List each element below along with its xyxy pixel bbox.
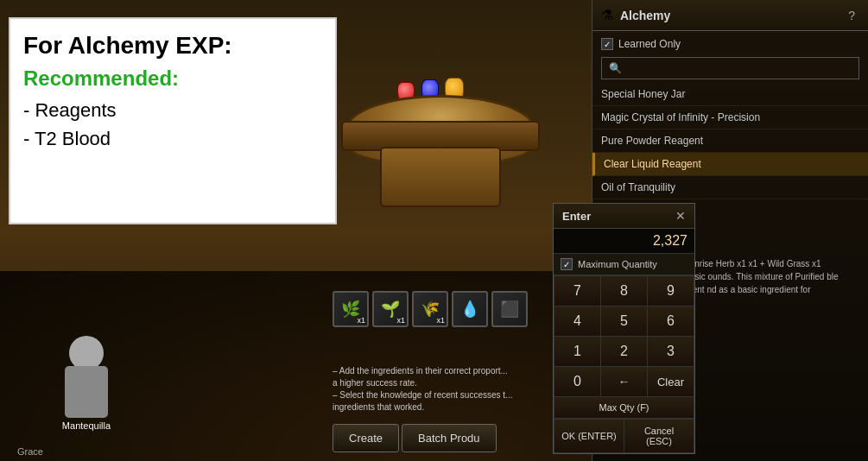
character-body xyxy=(65,366,108,418)
recipe-list: Special Honey Jar Magic Crystal of Infin… xyxy=(592,83,868,199)
numpad-0[interactable]: 0 xyxy=(554,367,600,396)
panel-help-button[interactable]: ? xyxy=(844,7,859,24)
numpad-4[interactable]: 4 xyxy=(554,306,600,336)
enter-display: 2,327 xyxy=(554,229,694,254)
character: Mantequilla xyxy=(52,349,121,435)
overlay-title: For Alchemy EXP: xyxy=(23,32,322,60)
overlay-panel: For Alchemy EXP: Recommended: - Reagents… xyxy=(9,17,337,224)
max-quantity-label: Maximum Quantity xyxy=(578,259,657,269)
overlay-item-2: - T2 Blood xyxy=(23,124,322,153)
cancel-button[interactable]: Cancel (ESC) xyxy=(624,420,694,452)
numpad-6[interactable]: 6 xyxy=(648,306,694,336)
numpad-5[interactable]: 5 xyxy=(601,306,647,336)
ok-button[interactable]: OK (ENTER) xyxy=(554,420,624,452)
numpad: 7 8 9 4 5 6 1 2 3 0 ← Clear Max Qty (F) xyxy=(554,275,694,419)
ingredient-row: 🌿x1 🌱x1 🌾x1 💧 ⬛ xyxy=(333,291,528,327)
alchemy-table xyxy=(328,69,553,224)
recipe-item-1[interactable]: Magic Crystal of Infinity - Precision xyxy=(592,106,868,129)
overlay-recommended: Recommended: xyxy=(23,66,322,91)
max-quantity-checkbox[interactable]: ✓ xyxy=(561,258,573,270)
enter-dialog-title: Enter xyxy=(562,210,591,223)
overlay-list: - Reagents - T2 Blood xyxy=(23,96,322,153)
search-icon: 🔍 xyxy=(609,62,622,74)
ingredient-3: 🌾x1 xyxy=(412,291,448,327)
recipe-item-0[interactable]: Special Honey Jar xyxy=(592,83,868,106)
max-qty-f-button[interactable]: Max Qty (F) xyxy=(554,397,694,418)
ingredient-2-qty: x1 xyxy=(396,316,405,325)
numpad-clear[interactable]: Clear xyxy=(648,367,694,396)
table-body xyxy=(380,147,501,207)
numpad-2[interactable]: 2 xyxy=(601,337,647,366)
ingredient-1: 🌿x1 xyxy=(333,291,369,327)
learned-only-row: ✓ Learned Only xyxy=(592,31,868,54)
learned-only-checkbox[interactable]: ✓ xyxy=(601,38,613,50)
numpad-1[interactable]: 1 xyxy=(554,337,600,366)
numpad-3[interactable]: 3 xyxy=(648,337,694,366)
batch-produce-button[interactable]: Batch Produ xyxy=(402,424,497,452)
alchemy-icon: ⚗ xyxy=(601,7,613,23)
ingredient-2: 🌱x1 xyxy=(372,291,409,327)
action-buttons-row: Create Batch Produ xyxy=(333,424,497,452)
ingredient-4: 💧 xyxy=(452,291,488,327)
panel-title: Alchemy xyxy=(620,9,670,22)
recipe-item-4[interactable]: Oil of Tranquility xyxy=(592,176,868,199)
recipe-item-2[interactable]: Pure Powder Reagent xyxy=(592,129,868,153)
recipe-item-3[interactable]: Clear Liquid Reagent xyxy=(592,153,868,176)
search-box: 🔍 xyxy=(601,57,859,79)
grace-label: Grace xyxy=(17,446,43,457)
numpad-backspace[interactable]: ← xyxy=(601,367,647,396)
character-head xyxy=(69,336,104,370)
create-button[interactable]: Create xyxy=(333,424,399,452)
ingredient-1-qty: x1 xyxy=(357,316,365,325)
max-quantity-row: ✓ Maximum Quantity xyxy=(554,254,694,275)
enter-dialog-header: Enter ✕ xyxy=(554,204,694,229)
ingredient-5: ⬛ xyxy=(491,291,528,327)
character-name: Mantequilla xyxy=(62,420,111,431)
panel-header-left: ⚗ Alchemy xyxy=(601,7,670,23)
enter-dialog-close[interactable]: ✕ xyxy=(675,209,686,223)
panel-header: ⚗ Alchemy ? xyxy=(592,0,868,31)
recipe-description-text: – Add the ingredients in their correct p… xyxy=(333,365,557,414)
search-input[interactable] xyxy=(626,62,852,74)
numpad-9[interactable]: 9 xyxy=(648,276,694,306)
overlay-item-1: - Reagents xyxy=(23,96,322,124)
learned-only-label: Learned Only xyxy=(618,38,681,50)
ingredient-3-qty: x1 xyxy=(436,316,445,325)
enter-dialog: Enter ✕ 2,327 ✓ Maximum Quantity 7 8 9 4… xyxy=(553,203,695,454)
dialog-actions: OK (ENTER) Cancel (ESC) xyxy=(554,419,694,453)
numpad-7[interactable]: 7 xyxy=(554,276,600,306)
numpad-8[interactable]: 8 xyxy=(601,276,647,306)
